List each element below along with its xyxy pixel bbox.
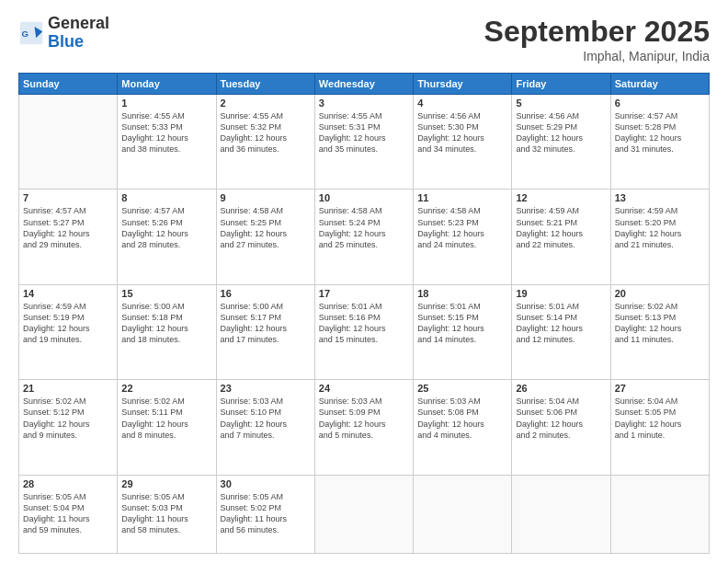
calendar-cell: 29Sunrise: 5:05 AM Sunset: 5:03 PM Dayli…	[118, 475, 216, 553]
day-info: Sunrise: 5:01 AM Sunset: 5:15 PM Dayligh…	[417, 301, 507, 346]
day-info: Sunrise: 5:02 AM Sunset: 5:13 PM Dayligh…	[615, 301, 705, 346]
day-info: Sunrise: 4:56 AM Sunset: 5:30 PM Dayligh…	[417, 110, 507, 155]
calendar-cell: 26Sunrise: 5:04 AM Sunset: 5:06 PM Dayli…	[512, 380, 610, 475]
day-info: Sunrise: 5:05 AM Sunset: 5:04 PM Dayligh…	[23, 491, 113, 536]
day-info: Sunrise: 4:58 AM Sunset: 5:25 PM Dayligh…	[221, 205, 311, 250]
logo-text-blue: Blue	[48, 33, 109, 52]
calendar-cell: 10Sunrise: 4:58 AM Sunset: 5:24 PM Dayli…	[314, 190, 413, 284]
day-number: 8	[121, 192, 211, 203]
day-info: Sunrise: 5:02 AM Sunset: 5:11 PM Dayligh…	[121, 396, 211, 441]
day-number: 7	[23, 192, 113, 203]
day-number: 15	[121, 288, 211, 299]
weekday-header-tuesday: Tuesday	[216, 74, 314, 95]
day-number: 2	[221, 98, 311, 109]
day-number: 9	[221, 192, 311, 203]
calendar-table: SundayMondayTuesdayWednesdayThursdayFrid…	[18, 73, 710, 554]
day-number: 23	[221, 383, 311, 394]
header: G General Blue September 2025 Imphal, Ma…	[18, 15, 710, 63]
calendar-cell: 14Sunrise: 4:59 AM Sunset: 5:19 PM Dayli…	[19, 284, 118, 379]
calendar-cell: 11Sunrise: 4:58 AM Sunset: 5:23 PM Dayli…	[414, 190, 512, 284]
day-number: 25	[417, 383, 507, 394]
calendar-cell: 28Sunrise: 5:05 AM Sunset: 5:04 PM Dayli…	[19, 475, 118, 553]
day-info: Sunrise: 4:55 AM Sunset: 5:32 PM Dayligh…	[221, 110, 311, 155]
calendar-cell: 9Sunrise: 4:58 AM Sunset: 5:25 PM Daylig…	[216, 190, 314, 284]
day-number: 3	[319, 98, 409, 109]
day-info: Sunrise: 4:59 AM Sunset: 5:20 PM Dayligh…	[615, 205, 705, 250]
calendar-cell: 19Sunrise: 5:01 AM Sunset: 5:14 PM Dayli…	[512, 284, 610, 379]
calendar-cell: 5Sunrise: 4:56 AM Sunset: 5:29 PM Daylig…	[512, 95, 610, 190]
day-info: Sunrise: 5:01 AM Sunset: 5:16 PM Dayligh…	[319, 301, 409, 346]
day-number: 1	[121, 98, 211, 109]
calendar-cell: 15Sunrise: 5:00 AM Sunset: 5:18 PM Dayli…	[118, 284, 216, 379]
day-info: Sunrise: 4:57 AM Sunset: 5:27 PM Dayligh…	[23, 205, 113, 250]
day-info: Sunrise: 4:58 AM Sunset: 5:24 PM Dayligh…	[319, 205, 409, 250]
day-info: Sunrise: 5:00 AM Sunset: 5:17 PM Dayligh…	[221, 301, 311, 346]
logo-text-general: General	[48, 15, 109, 33]
weekday-header-wednesday: Wednesday	[314, 74, 413, 95]
calendar-cell: 2Sunrise: 4:55 AM Sunset: 5:32 PM Daylig…	[216, 95, 314, 190]
day-number: 13	[615, 192, 705, 203]
calendar-cell: 24Sunrise: 5:03 AM Sunset: 5:09 PM Dayli…	[314, 380, 413, 475]
calendar-cell: 27Sunrise: 5:04 AM Sunset: 5:05 PM Dayli…	[610, 380, 709, 475]
day-number: 19	[516, 288, 606, 299]
calendar-cell: 12Sunrise: 4:59 AM Sunset: 5:21 PM Dayli…	[512, 190, 610, 284]
calendar-cell: 4Sunrise: 4:56 AM Sunset: 5:30 PM Daylig…	[414, 95, 512, 190]
day-info: Sunrise: 5:03 AM Sunset: 5:09 PM Dayligh…	[319, 396, 409, 441]
day-info: Sunrise: 5:04 AM Sunset: 5:06 PM Dayligh…	[516, 396, 606, 441]
calendar-cell: 25Sunrise: 5:03 AM Sunset: 5:08 PM Dayli…	[414, 380, 512, 475]
logo-icon: G	[18, 20, 44, 46]
calendar-cell: 17Sunrise: 5:01 AM Sunset: 5:16 PM Dayli…	[314, 284, 413, 379]
day-info: Sunrise: 4:59 AM Sunset: 5:19 PM Dayligh…	[23, 301, 113, 346]
logo: G General Blue	[18, 15, 109, 52]
day-info: Sunrise: 5:02 AM Sunset: 5:12 PM Dayligh…	[23, 396, 113, 441]
day-number: 27	[615, 383, 705, 394]
page: G General Blue September 2025 Imphal, Ma…	[0, 0, 728, 563]
day-info: Sunrise: 4:58 AM Sunset: 5:23 PM Dayligh…	[417, 205, 507, 250]
day-info: Sunrise: 5:05 AM Sunset: 5:03 PM Dayligh…	[121, 491, 211, 536]
svg-text:G: G	[22, 28, 28, 38]
week-row-4: 21Sunrise: 5:02 AM Sunset: 5:12 PM Dayli…	[19, 380, 710, 475]
calendar-cell	[610, 475, 709, 553]
week-row-2: 7Sunrise: 4:57 AM Sunset: 5:27 PM Daylig…	[19, 190, 710, 284]
weekday-header-thursday: Thursday	[414, 74, 512, 95]
calendar-cell: 18Sunrise: 5:01 AM Sunset: 5:15 PM Dayli…	[414, 284, 512, 379]
calendar-cell	[512, 475, 610, 553]
day-info: Sunrise: 4:55 AM Sunset: 5:31 PM Dayligh…	[319, 110, 409, 155]
day-number: 6	[615, 98, 705, 109]
calendar-cell: 3Sunrise: 4:55 AM Sunset: 5:31 PM Daylig…	[314, 95, 413, 190]
day-number: 4	[417, 98, 507, 109]
day-number: 22	[121, 383, 211, 394]
day-number: 30	[221, 478, 311, 489]
day-info: Sunrise: 5:03 AM Sunset: 5:08 PM Dayligh…	[417, 396, 507, 441]
calendar-cell: 23Sunrise: 5:03 AM Sunset: 5:10 PM Dayli…	[216, 380, 314, 475]
day-info: Sunrise: 4:57 AM Sunset: 5:28 PM Dayligh…	[615, 110, 705, 155]
day-number: 21	[23, 383, 113, 394]
day-number: 17	[319, 288, 409, 299]
day-number: 20	[615, 288, 705, 299]
calendar-cell: 7Sunrise: 4:57 AM Sunset: 5:27 PM Daylig…	[19, 190, 118, 284]
calendar-cell: 6Sunrise: 4:57 AM Sunset: 5:28 PM Daylig…	[610, 95, 709, 190]
title-block: September 2025 Imphal, Manipur, India	[484, 15, 710, 63]
day-number: 28	[23, 478, 113, 489]
weekday-header-sunday: Sunday	[19, 74, 118, 95]
week-row-5: 28Sunrise: 5:05 AM Sunset: 5:04 PM Dayli…	[19, 475, 710, 553]
weekday-header-monday: Monday	[118, 74, 216, 95]
location: Imphal, Manipur, India	[484, 49, 710, 63]
calendar-cell	[19, 95, 118, 190]
calendar-cell: 1Sunrise: 4:55 AM Sunset: 5:33 PM Daylig…	[118, 95, 216, 190]
day-number: 5	[516, 98, 606, 109]
day-number: 10	[319, 192, 409, 203]
day-info: Sunrise: 4:55 AM Sunset: 5:33 PM Dayligh…	[121, 110, 211, 155]
day-number: 29	[121, 478, 211, 489]
calendar-cell: 21Sunrise: 5:02 AM Sunset: 5:12 PM Dayli…	[19, 380, 118, 475]
calendar-cell: 20Sunrise: 5:02 AM Sunset: 5:13 PM Dayli…	[610, 284, 709, 379]
day-info: Sunrise: 4:57 AM Sunset: 5:26 PM Dayligh…	[121, 205, 211, 250]
day-number: 24	[319, 383, 409, 394]
day-info: Sunrise: 5:00 AM Sunset: 5:18 PM Dayligh…	[121, 301, 211, 346]
week-row-1: 1Sunrise: 4:55 AM Sunset: 5:33 PM Daylig…	[19, 95, 710, 190]
week-row-3: 14Sunrise: 4:59 AM Sunset: 5:19 PM Dayli…	[19, 284, 710, 379]
day-info: Sunrise: 5:04 AM Sunset: 5:05 PM Dayligh…	[615, 396, 705, 441]
day-info: Sunrise: 4:56 AM Sunset: 5:29 PM Dayligh…	[516, 110, 606, 155]
day-number: 11	[417, 192, 507, 203]
calendar-cell	[314, 475, 413, 553]
